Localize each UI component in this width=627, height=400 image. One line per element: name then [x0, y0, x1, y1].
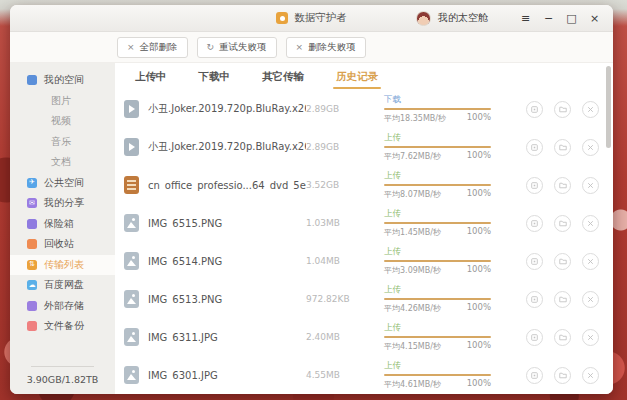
sidebar-item-4[interactable]: 文档: [10, 152, 115, 173]
file-type-icon: [124, 138, 139, 156]
open-folder-icon[interactable]: [554, 367, 571, 384]
file-size: 2.89GB: [306, 104, 384, 114]
average-speed: 平均8.07MB/秒: [384, 189, 441, 200]
transfer-status: 上传 平均7.62MB/秒 100%: [384, 132, 491, 162]
sidebar-item-0[interactable]: 我的空间: [10, 70, 115, 91]
paper-plane-icon: ✈: [27, 178, 37, 188]
row-actions: [526, 215, 613, 232]
open-folder-icon[interactable]: [554, 215, 571, 232]
delete-icon[interactable]: [582, 139, 599, 156]
open-folder-icon[interactable]: [554, 139, 571, 156]
close-icon[interactable]: ×: [587, 12, 602, 25]
open-file-icon[interactable]: [526, 329, 543, 346]
open-file-icon[interactable]: [526, 101, 543, 118]
sidebar-item-label: 回收站: [44, 237, 74, 251]
row-actions: [526, 253, 613, 270]
transfer-status: 上传 平均4.15MB/秒 100%: [384, 322, 491, 352]
delete-all-label: 全部删除: [140, 41, 178, 54]
delete-icon[interactable]: [582, 215, 599, 232]
progress-bar: [384, 336, 491, 338]
row-actions: [526, 329, 613, 346]
maximize-icon[interactable]: □: [564, 12, 579, 25]
tab-uploading[interactable]: 上传中: [133, 66, 169, 88]
title-bar: 数据守护者 我的太空舱 ≡ − □ ×: [10, 5, 613, 32]
open-folder-icon[interactable]: [554, 177, 571, 194]
open-folder-icon[interactable]: [554, 291, 571, 308]
sidebar-item-2[interactable]: 视频: [10, 111, 115, 132]
account-avatar[interactable]: [416, 11, 431, 26]
sidebar-item-6[interactable]: ✉ 我的分享: [10, 193, 115, 214]
delete-icon[interactable]: [582, 367, 599, 384]
toolbar: × 全部删除 ↻ 重试失败项 × 删除失败项: [10, 32, 613, 63]
sidebar-item-9[interactable]: ⇅ 传输列表: [10, 255, 115, 276]
transfer-row[interactable]: IMG_6311.JPG 2.40MB 上传 平均4.15MB/秒 100%: [115, 318, 613, 356]
account-name[interactable]: 我的太空舱: [438, 11, 488, 25]
file-size: 1.03MB: [306, 218, 384, 228]
transfer-row[interactable]: IMG_6513.PNG 972.82KB 上传 平均4.26MB/秒 100%: [115, 280, 613, 318]
transfer-row[interactable]: 小丑.Joker.2019.720p.BluRay.x264.AC3.mkv 2…: [115, 128, 613, 166]
file-type-icon: [124, 100, 139, 118]
transfer-row[interactable]: IMG_6515.PNG 1.03MB 上传 平均1.45MB/秒 100%: [115, 204, 613, 242]
sidebar-item-label: 视频: [51, 114, 71, 128]
transfer-row[interactable]: 小丑.Joker.2019.720p.BluRay.x264.AC3.mkv 2…: [115, 90, 613, 128]
row-actions: [526, 291, 613, 308]
delete-icon[interactable]: [582, 177, 599, 194]
open-file-icon[interactable]: [526, 139, 543, 156]
safe-icon: [27, 219, 37, 229]
sidebar-item-label: 我的分享: [44, 196, 84, 210]
delete-icon[interactable]: [582, 253, 599, 270]
transfer-row[interactable]: IMG_6301.JPG 4.55MB 上传 平均4.61MB/秒 100%: [115, 356, 613, 394]
open-file-icon[interactable]: [526, 367, 543, 384]
tab-history[interactable]: 历史记录: [334, 66, 380, 88]
sidebar-item-5[interactable]: ✈ 公共空间: [10, 173, 115, 194]
open-file-icon[interactable]: [526, 215, 543, 232]
sidebar-item-label: 公共空间: [44, 176, 84, 190]
sidebar-item-11[interactable]: 外部存储: [10, 296, 115, 317]
tab-other-transfers[interactable]: 其它传输: [260, 66, 306, 88]
progress-percent: 100%: [467, 150, 491, 160]
transfer-row[interactable]: IMG_6514.PNG 1.04MB 上传 平均3.09MB/秒 100%: [115, 242, 613, 280]
file-type-icon: [124, 328, 139, 346]
direction-label: 下载: [384, 94, 491, 106]
sidebar-item-1[interactable]: 图片: [10, 91, 115, 112]
row-actions: [526, 177, 613, 194]
sidebar-item-7[interactable]: 保险箱: [10, 214, 115, 235]
delete-icon[interactable]: [582, 291, 599, 308]
open-file-icon[interactable]: [526, 177, 543, 194]
open-file-icon[interactable]: [526, 253, 543, 270]
transfer-list-icon: ⇅: [27, 260, 37, 270]
open-file-icon[interactable]: [526, 291, 543, 308]
tab-downloading[interactable]: 下载中: [197, 66, 233, 88]
open-folder-icon[interactable]: [554, 329, 571, 346]
file-type-icon: [124, 176, 139, 194]
direction-label: 上传: [384, 208, 491, 220]
row-actions: [526, 101, 613, 118]
sidebar-item-10[interactable]: ☁ 百度网盘: [10, 275, 115, 296]
main-panel: 上传中 下载中 其它传输 历史记录 小丑.Joker.2019.720p.Blu…: [115, 63, 613, 394]
scrollbar-thumb[interactable]: [606, 66, 611, 148]
menu-icon[interactable]: ≡: [518, 12, 533, 25]
storage-summary: 3.90GB/1.82TB: [10, 366, 115, 394]
retry-failed-button[interactable]: ↻ 重试失败项: [197, 37, 277, 58]
minimize-icon[interactable]: −: [541, 12, 556, 25]
transfer-status: 上传 平均4.61MB/秒 100%: [384, 360, 491, 390]
open-folder-icon[interactable]: [554, 253, 571, 270]
delete-failed-button[interactable]: × 删除失败项: [286, 37, 366, 58]
progress-percent: 100%: [467, 112, 491, 122]
transfer-row[interactable]: cn_office_professio...64_dvd_5e5be643.is…: [115, 166, 613, 204]
sidebar-item-8[interactable]: 回收站: [10, 234, 115, 255]
average-speed: 平均7.62MB/秒: [384, 151, 441, 162]
sidebar-item-12[interactable]: 文件备份: [10, 316, 115, 337]
average-speed: 平均4.15MB/秒: [384, 341, 441, 352]
sidebar-item-3[interactable]: 音乐: [10, 132, 115, 153]
delete-icon[interactable]: [582, 101, 599, 118]
transfer-status: 下载 平均18.35MB/秒 100%: [384, 94, 491, 124]
file-size: 4.55MB: [306, 370, 384, 380]
delete-icon[interactable]: [582, 329, 599, 346]
direction-label: 上传: [384, 170, 491, 182]
open-folder-icon[interactable]: [554, 101, 571, 118]
delete-all-button[interactable]: × 全部删除: [117, 37, 188, 58]
progress-bar: [384, 184, 491, 186]
external-storage-icon: [27, 301, 37, 311]
transfer-tabs: 上传中 下载中 其它传输 历史记录: [115, 63, 613, 90]
